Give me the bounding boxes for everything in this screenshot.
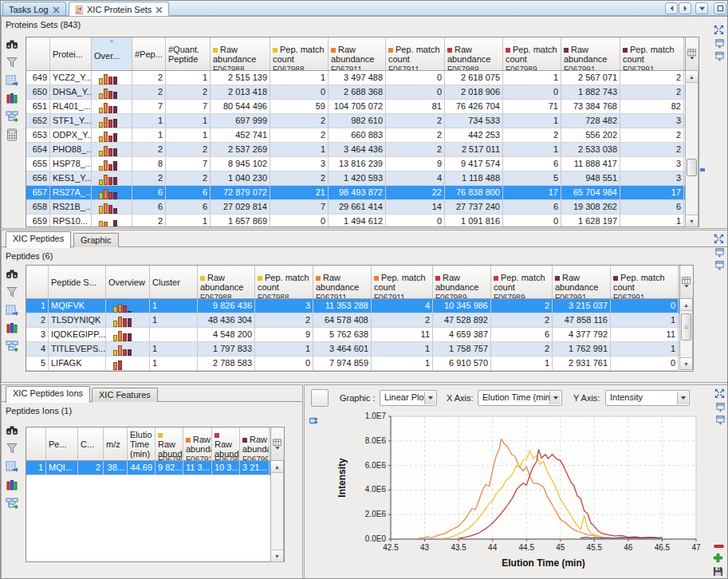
peptide-row[interactable]: 3IQDKEGIPP...4 548 20095 762 638114 659 … <box>26 328 693 342</box>
combo-arrow-icon[interactable] <box>424 392 435 404</box>
protein-row[interactable]: 655HSP78_...878 945 102313 816 23999 417… <box>26 157 698 171</box>
column-header[interactable]: Elutio Time (min) <box>128 427 155 460</box>
protein-row[interactable]: 657RS27A_...6672 879 0722198 493 8722276… <box>26 186 698 200</box>
protein-row[interactable]: 651RL401_...7780 544 49659104 705 072817… <box>26 100 698 114</box>
column-header[interactable]: C... <box>78 427 104 460</box>
detach-panel-icon[interactable] <box>714 38 726 49</box>
filter-icon[interactable] <box>6 56 20 70</box>
column-settings-button[interactable] <box>270 427 284 461</box>
column-header[interactable]: Raw abundaF06799 <box>240 427 270 460</box>
tab-xic-features[interactable]: XIC Features <box>92 388 158 402</box>
dock-panel-icon[interactable] <box>715 415 726 426</box>
search-icon[interactable] <box>6 267 20 282</box>
column-header[interactable]: m/z <box>104 427 128 460</box>
filter-icon[interactable] <box>6 286 20 300</box>
add-child-window-icon[interactable] <box>6 497 20 511</box>
column-header[interactable]: Raw abundaF06798 <box>212 427 240 460</box>
scroll-down-arrow[interactable]: ▼ <box>271 549 283 561</box>
tab-xic-protein-sets[interactable]: XIC XIC Protein Sets <box>69 2 169 16</box>
peptide-row[interactable]: 5LIFAGK12 788 58307 974 85916 910 57012 … <box>26 356 693 371</box>
plot-type-select[interactable]: Linear Plot <box>380 390 437 406</box>
y-axis-select[interactable]: Intensity <box>605 390 690 406</box>
peptide-row[interactable]: 1MQIFVK19 826 436311 353 288410 345 9862… <box>26 299 693 313</box>
protein-row[interactable]: 650DHSA_Y...222 013 41802 688 36802 018 … <box>26 85 698 100</box>
close-icon[interactable] <box>155 6 163 14</box>
column-header[interactable]: Raw abundaF06798 <box>155 427 183 460</box>
column-header[interactable]: Pep. match countF067991 <box>620 37 684 70</box>
column-header[interactable]: Raw abundanceF067989 <box>445 37 503 70</box>
export-table-icon[interactable] <box>6 460 20 475</box>
scrollbar-thumb[interactable] <box>687 159 697 176</box>
scrollbar-thumb[interactable] <box>681 313 691 341</box>
column-header[interactable]: Raw abundaF06791 <box>183 427 212 460</box>
column-settings-button[interactable] <box>679 266 693 299</box>
scroll-tabs-right-button[interactable] <box>679 2 691 14</box>
tab-graphic[interactable]: Graphic <box>73 233 119 247</box>
detach-panel-icon[interactable] <box>714 247 726 258</box>
column-header[interactable]: #Quant. Peptide <box>166 37 211 70</box>
scroll-tabs-left-button[interactable] <box>665 2 678 14</box>
close-icon[interactable] <box>52 6 61 14</box>
chart-bars-icon[interactable] <box>6 479 20 493</box>
tab-tasks-log[interactable]: Tasks Log <box>2 2 66 16</box>
zoom-in-button[interactable] <box>713 553 724 564</box>
scroll-up-arrow[interactable]: ▲ <box>680 299 692 311</box>
protein-row[interactable]: 649YCZ2_Y...212 515 13913 497 48802 618 … <box>26 71 698 85</box>
maximize-button[interactable] <box>714 2 726 14</box>
column-header[interactable]: Pep. match countF067988 <box>255 266 313 298</box>
column-header[interactable]: Raw abundanceF067989 <box>433 266 491 298</box>
protein-table-vscrollbar[interactable]: ▲ ▼ <box>685 70 698 227</box>
column-header[interactable]: Raw abundanceF067988 <box>211 37 270 70</box>
column-header[interactable]: Pep. match countF067911 <box>372 266 433 298</box>
add-child-window-icon[interactable] <box>6 340 20 354</box>
column-header[interactable]: #Pep... <box>132 37 166 70</box>
save-image-icon[interactable] <box>713 566 724 577</box>
column-header[interactable]: Raw abundanceF067991 <box>561 37 620 70</box>
zoom-out-button[interactable] <box>714 545 724 548</box>
column-header[interactable]: Pep. match countF067989 <box>503 37 561 70</box>
column-header[interactable]: Cluster <box>150 266 198 298</box>
tab-xic-peptides-ions[interactable]: XIC Peptides Ions <box>6 386 90 403</box>
column-header[interactable]: ▲Over... <box>92 37 132 70</box>
tab-list-button[interactable] <box>695 2 708 14</box>
column-header[interactable]: Pep. match countF067988 <box>270 37 329 70</box>
maximize-panel-icon[interactable] <box>714 388 726 400</box>
scroll-down-arrow[interactable]: ▼ <box>680 357 692 369</box>
column-header[interactable]: Raw abundanceF067911 <box>329 37 386 70</box>
column-header[interactable]: Protei... <box>50 37 92 70</box>
column-header[interactable]: Raw abundanceF067911 <box>313 266 372 298</box>
export-image-icon[interactable] <box>309 416 327 427</box>
protein-row[interactable]: 659RPS10...211 657 86901 494 61201 091 8… <box>26 215 698 227</box>
protein-row[interactable]: 658RS21B_...6627 029 814729 661 4141427 … <box>26 200 698 215</box>
column-header[interactable]: Overview <box>106 266 150 298</box>
protein-row[interactable]: 656KES1_Y...221 040 23021 420 59341 118 … <box>26 171 698 186</box>
add-child-window-icon[interactable] <box>6 110 20 124</box>
chart-bars-icon[interactable] <box>6 321 20 336</box>
column-header[interactable]: Raw abundanceF067991 <box>553 266 611 298</box>
protein-row[interactable]: 654PHO88_...222 537 26913 464 43622 517 … <box>26 143 698 157</box>
column-header[interactable]: Raw abundanceF067988 <box>198 266 255 298</box>
elution-chart[interactable]: 42.54343.54444.54545.54646.5470.0E02.0E6… <box>333 410 715 579</box>
maximize-panel-icon[interactable] <box>714 234 725 245</box>
chart-bars-icon[interactable] <box>6 92 20 106</box>
peptide-row[interactable]: 2TLSDYNIQK148 436 304264 578 408247 528 … <box>26 313 693 328</box>
dock-panel-icon[interactable] <box>714 260 726 271</box>
export-table-icon[interactable] <box>6 74 20 89</box>
scroll-up-arrow[interactable]: ▲ <box>271 461 283 473</box>
filter-icon[interactable] <box>6 442 20 456</box>
column-header[interactable]: Peptide S... <box>49 266 106 298</box>
peptide-row[interactable]: 4TITLEVEPS...11 797 83313 464 60111 758 … <box>26 342 693 356</box>
combo-arrow-icon[interactable] <box>677 392 688 404</box>
ion-table-vscrollbar[interactable]: ▲ ▼ <box>270 460 284 562</box>
peptide-ion-row[interactable]: 1MQI...238...44.699 82...11 3...10 3...3… <box>26 461 284 475</box>
protein-row[interactable]: 652STF1_Y...11697 9992982 6102734 533172… <box>26 114 698 128</box>
peptide-table-vscrollbar[interactable]: ▲ ▼ <box>679 298 693 370</box>
column-header[interactable]: Pep. match countF067989 <box>491 266 553 298</box>
column-header[interactable]: Pe... <box>46 427 78 460</box>
column-header[interactable]: Pep. match countF067991 <box>611 266 679 298</box>
maximize-panel-icon[interactable] <box>714 25 725 36</box>
export-table-icon[interactable] <box>6 304 20 318</box>
column-settings-button[interactable] <box>685 37 698 71</box>
grid-display-button[interactable] <box>311 389 329 407</box>
combo-arrow-icon[interactable] <box>549 392 561 404</box>
